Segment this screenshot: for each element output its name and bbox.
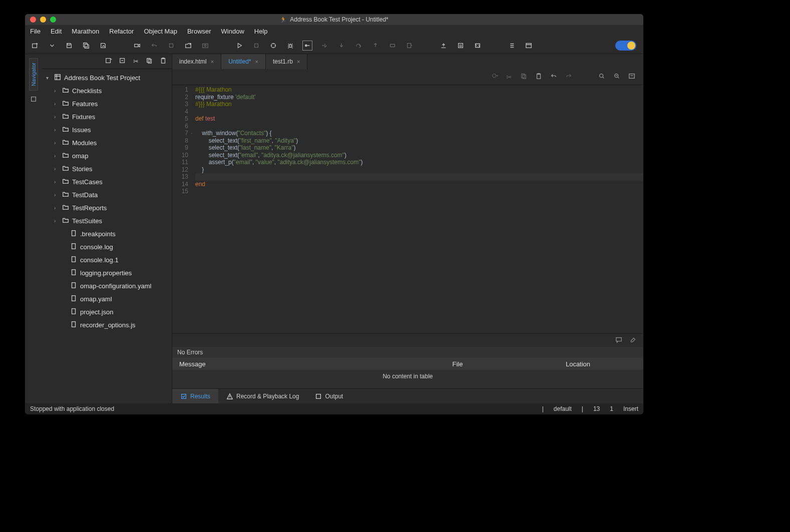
tree-folder[interactable]: ›omap — [42, 149, 172, 162]
editor-tab[interactable]: test1.rb× — [266, 54, 307, 69]
editor-tab[interactable]: index.html× — [172, 54, 221, 69]
screenshot-icon[interactable] — [200, 41, 210, 51]
tree-file[interactable]: omap-configuration.yaml — [42, 279, 172, 292]
undo-icon[interactable] — [149, 41, 159, 51]
search-dropdown-icon[interactable] — [491, 73, 498, 81]
tab-log[interactable]: Record & Playback Log — [218, 389, 307, 403]
traffic-lights — [25, 17, 56, 23]
save-all-icon[interactable] — [81, 41, 91, 51]
menu-file[interactable]: File — [30, 28, 41, 35]
menu-help[interactable]: Help — [254, 28, 268, 35]
code[interactable]: #{{{ Marathonrequire_fixture 'default'#}… — [192, 85, 643, 333]
navigator-tab[interactable]: Navigator — [29, 58, 38, 91]
svg-rect-12 — [526, 43, 532, 48]
tree-file[interactable]: omap.yaml — [42, 292, 172, 305]
list-icon[interactable] — [507, 41, 517, 51]
tree-folder[interactable]: ›Features — [42, 97, 172, 110]
copy-icon[interactable] — [146, 57, 153, 66]
tab-output[interactable]: Output — [307, 389, 351, 403]
tree-folder[interactable]: ›Checklists — [42, 84, 172, 97]
tree-folder[interactable]: ›TestSuites — [42, 214, 172, 227]
open-icon[interactable] — [183, 41, 193, 51]
redo-editor-icon[interactable] — [565, 73, 572, 81]
code-editor[interactable]: 123456789101112131415 #{{{ Marathonrequi… — [172, 85, 643, 333]
tree-file[interactable]: console.log.1 — [42, 253, 172, 266]
svg-rect-11 — [459, 43, 463, 48]
minimize-window-icon[interactable] — [40, 17, 46, 23]
close-icon[interactable]: × — [211, 59, 214, 65]
stop-icon[interactable] — [166, 41, 176, 51]
tree-folder[interactable]: ›TestData — [42, 188, 172, 201]
menu-browser[interactable]: Browser — [187, 28, 211, 35]
editor-tab[interactable]: Untitled*× — [221, 54, 266, 69]
side-rail: Navigator — [25, 54, 42, 403]
comment-icon[interactable] — [615, 336, 622, 345]
find-icon[interactable] — [598, 73, 605, 81]
copy-editor-icon[interactable] — [520, 73, 527, 81]
tree-file[interactable]: .breakpoints — [42, 227, 172, 240]
tree-project[interactable]: ▾Address Book Test Project — [42, 71, 172, 84]
tree-file[interactable]: console.log — [42, 240, 172, 253]
new-project-icon[interactable] — [30, 41, 40, 51]
tree-folder[interactable]: ›Stories — [42, 162, 172, 175]
play-icon[interactable] — [234, 41, 244, 51]
step-over-icon[interactable] — [319, 41, 329, 51]
close-icon[interactable]: × — [297, 59, 300, 65]
table-body: No content in table — [172, 370, 643, 388]
export-icon[interactable] — [439, 41, 449, 51]
paste-icon[interactable] — [160, 57, 167, 66]
tab-results[interactable]: Results — [172, 389, 218, 403]
report-icon[interactable] — [456, 41, 466, 51]
breakpoint-icon[interactable] — [302, 41, 312, 51]
menu-window[interactable]: Window — [221, 28, 244, 35]
svg-rect-10 — [408, 43, 411, 48]
tree-folder[interactable]: ›Issues — [42, 123, 172, 136]
record-icon[interactable] — [132, 41, 142, 51]
tree-folder[interactable]: ›TestCases — [42, 175, 172, 188]
close-window-icon[interactable] — [30, 17, 36, 23]
theme-toggle[interactable] — [615, 41, 636, 51]
step-out-icon[interactable] — [370, 41, 380, 51]
expand-icon[interactable] — [105, 57, 112, 66]
menu-edit[interactable]: Edit — [51, 28, 62, 35]
save-icon[interactable] — [64, 41, 74, 51]
svg-rect-24 — [72, 269, 76, 275]
maximize-window-icon[interactable] — [50, 17, 56, 23]
svg-rect-27 — [72, 308, 76, 314]
step-return-icon[interactable] — [353, 41, 363, 51]
paste-editor-icon[interactable] — [535, 73, 542, 81]
play-slow-icon[interactable] — [251, 41, 261, 51]
tree-file[interactable]: logging.properties — [42, 266, 172, 279]
tree-folder[interactable]: ›Modules — [42, 136, 172, 149]
tree-folder[interactable]: ›Fixtures — [42, 110, 172, 123]
tree-file[interactable]: recorder_options.js — [42, 318, 172, 331]
menu-objectmap[interactable]: Object Map — [144, 28, 177, 35]
settings-icon[interactable] — [628, 73, 635, 81]
cut-editor-icon[interactable]: ✂ — [506, 73, 512, 81]
loop-icon[interactable] — [473, 41, 483, 51]
menu-marathon[interactable]: Marathon — [72, 28, 99, 35]
resume-icon[interactable] — [387, 41, 398, 51]
erase-icon[interactable] — [629, 336, 636, 345]
project-tree: ▾Address Book Test Project›Checklists›Fe… — [42, 69, 172, 403]
undo-editor-icon[interactable] — [550, 73, 557, 81]
editor-tabs: index.html×Untitled*×test1.rb× — [172, 54, 643, 69]
zoom-icon[interactable] — [613, 73, 620, 81]
collapse-icon[interactable] — [119, 57, 126, 66]
svg-rect-36 — [629, 74, 635, 79]
cut-icon[interactable]: ✂ — [133, 58, 139, 65]
menu-refactor[interactable]: Refactor — [109, 28, 134, 35]
save-as-icon[interactable] — [98, 41, 108, 51]
window-icon[interactable] — [524, 41, 534, 51]
tree-folder[interactable]: ›TestReports — [42, 201, 172, 214]
svg-rect-13 — [32, 97, 36, 102]
close-icon[interactable]: × — [255, 59, 258, 65]
bug-icon[interactable] — [285, 41, 295, 51]
gutter: 123456789101112131415 — [172, 85, 192, 333]
rail-icon[interactable] — [30, 96, 37, 105]
extract-icon[interactable] — [405, 41, 415, 51]
dropdown-icon[interactable] — [47, 41, 57, 51]
debug-icon[interactable] — [268, 41, 278, 51]
tree-file[interactable]: project.json — [42, 305, 172, 318]
step-into-icon[interactable] — [336, 41, 346, 51]
